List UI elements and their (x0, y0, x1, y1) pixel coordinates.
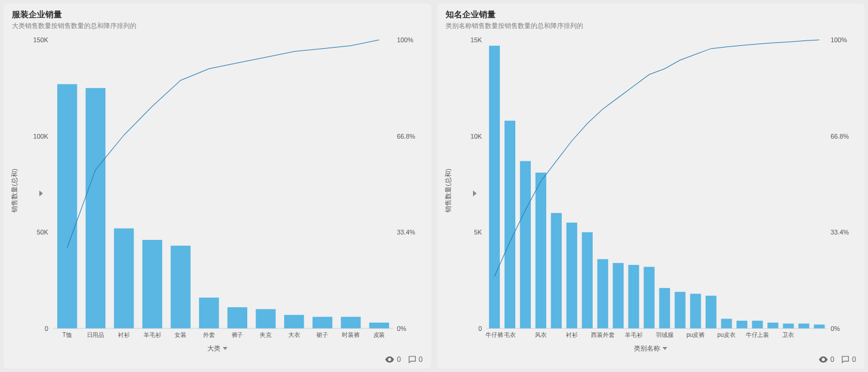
bar[interactable] (752, 321, 763, 329)
svg-text:羊毛衫: 羊毛衫 (624, 332, 642, 338)
bar[interactable] (721, 319, 732, 329)
svg-text:大衣: 大衣 (288, 332, 300, 338)
bar[interactable] (550, 213, 561, 329)
svg-text:女装: 女装 (175, 332, 186, 338)
svg-text:衬衫: 衬衫 (565, 332, 577, 338)
bar[interactable] (705, 296, 716, 329)
bar[interactable] (814, 324, 825, 328)
svg-text:羽绒服: 羽绒服 (655, 332, 673, 338)
bar[interactable] (369, 323, 389, 329)
bar[interactable] (659, 288, 670, 329)
bar[interactable] (86, 88, 105, 329)
svg-text:15K: 15K (470, 36, 482, 43)
svg-text:外套: 外套 (203, 332, 215, 338)
svg-text:西装外套: 西装外套 (590, 332, 614, 338)
svg-text:100%: 100% (397, 36, 413, 43)
svg-text:0: 0 (478, 325, 482, 332)
svg-text:裙子: 裙子 (316, 332, 328, 338)
svg-text:150K: 150K (33, 36, 49, 43)
svg-text:T恤: T恤 (63, 332, 72, 338)
bar[interactable] (674, 292, 685, 328)
svg-text:日用品: 日用品 (87, 332, 105, 338)
svg-text:风衣: 风衣 (534, 332, 546, 338)
views-counter[interactable]: 0 (819, 355, 835, 364)
svg-text:羊毛衫: 羊毛衫 (144, 332, 161, 338)
svg-text:牛仔上装: 牛仔上装 (745, 332, 769, 338)
bar[interactable] (566, 223, 577, 329)
y-axis-label: 销售数量(总和) (443, 168, 452, 212)
svg-text:5K: 5K (474, 229, 482, 236)
eye-icon (819, 356, 828, 363)
bar[interactable] (114, 229, 133, 329)
chart-title: 知名企业销量 (446, 10, 857, 20)
cumulative-line (67, 40, 379, 248)
bar[interactable] (628, 265, 639, 329)
bar[interactable] (767, 323, 778, 329)
bar[interactable] (535, 173, 546, 329)
bar[interactable] (690, 294, 701, 329)
eye-icon (385, 356, 394, 363)
svg-text:33.4%: 33.4% (397, 229, 415, 236)
comments-count: 0 (852, 355, 856, 364)
card-footer: 0 0 (446, 353, 857, 364)
bar[interactable] (341, 317, 360, 328)
svg-text:0%: 0% (397, 325, 406, 332)
bar[interactable] (313, 317, 332, 328)
bar[interactable] (489, 46, 499, 329)
svg-text:pu皮裤: pu皮裤 (686, 332, 705, 338)
bar[interactable] (597, 259, 608, 328)
svg-text:pu皮衣: pu皮衣 (717, 332, 736, 338)
svg-text:皮装: 皮装 (374, 332, 385, 338)
drilldown-caret-icon[interactable] (473, 190, 477, 196)
svg-text:100%: 100% (830, 36, 847, 43)
chart-title: 服装企业销量 (12, 10, 423, 20)
svg-text:毛衣: 毛衣 (504, 332, 516, 338)
chart-plot-right: 销售数量(总和) 05K10K15K0%33.4%66.8%100%牛仔裤毛衣风… (446, 34, 857, 346)
svg-text:10K: 10K (470, 133, 482, 140)
bar[interactable] (171, 246, 191, 329)
chart-subtitle: 类别名称销售数量按销售数量的总和降序排列的 (446, 21, 857, 30)
comments-counter[interactable]: 0 (841, 355, 856, 364)
chart-subtitle: 大类销售数量按销售数量的总和降序排列的 (12, 21, 423, 30)
bar[interactable] (256, 309, 275, 328)
views-counter[interactable]: 0 (385, 355, 401, 364)
bar[interactable] (643, 267, 654, 328)
comment-icon (408, 355, 416, 364)
chart-card-right: 知名企业销量 类别名称销售数量按销售数量的总和降序排列的 销售数量(总和) 05… (437, 4, 865, 368)
views-count: 0 (830, 355, 835, 364)
svg-text:50K: 50K (37, 229, 49, 236)
drilldown-caret-icon[interactable] (39, 190, 43, 196)
bar[interactable] (783, 324, 794, 329)
svg-text:卫衣: 卫衣 (782, 332, 794, 338)
card-footer: 0 0 (12, 353, 423, 364)
chart-card-left: 服装企业销量 大类销售数量按销售数量的总和降序排列的 销售数量(总和) 050K… (4, 4, 431, 368)
chevron-down-icon (662, 347, 667, 350)
bar[interactable] (284, 315, 304, 329)
svg-text:裤子: 裤子 (232, 332, 244, 338)
chart-plot-left: 销售数量(总和) 050K100K150K0%33.4%66.8%100%T恤日… (12, 34, 423, 346)
views-count: 0 (397, 355, 401, 364)
bar[interactable] (228, 307, 247, 329)
y-axis-label: 销售数量(总和) (10, 168, 19, 212)
bar[interactable] (798, 324, 809, 329)
svg-text:0: 0 (45, 325, 48, 332)
svg-text:66.8%: 66.8% (830, 133, 849, 140)
comment-icon (841, 355, 850, 364)
bar[interactable] (519, 161, 530, 329)
chevron-down-icon (223, 347, 228, 350)
comments-count: 0 (419, 355, 423, 364)
bar[interactable] (736, 321, 747, 329)
bar[interactable] (581, 232, 592, 329)
svg-text:牛仔裤: 牛仔裤 (486, 332, 503, 338)
bar[interactable] (612, 263, 623, 329)
bar[interactable] (57, 84, 77, 328)
comments-counter[interactable]: 0 (408, 355, 423, 364)
bar[interactable] (504, 121, 515, 329)
bar[interactable] (142, 240, 162, 329)
svg-text:衬衫: 衬衫 (118, 332, 130, 338)
bar[interactable] (199, 298, 219, 329)
svg-text:时装裤: 时装裤 (342, 332, 360, 338)
svg-text:夹克: 夹克 (260, 332, 272, 338)
svg-text:66.8%: 66.8% (397, 133, 415, 140)
svg-text:100K: 100K (33, 133, 49, 140)
